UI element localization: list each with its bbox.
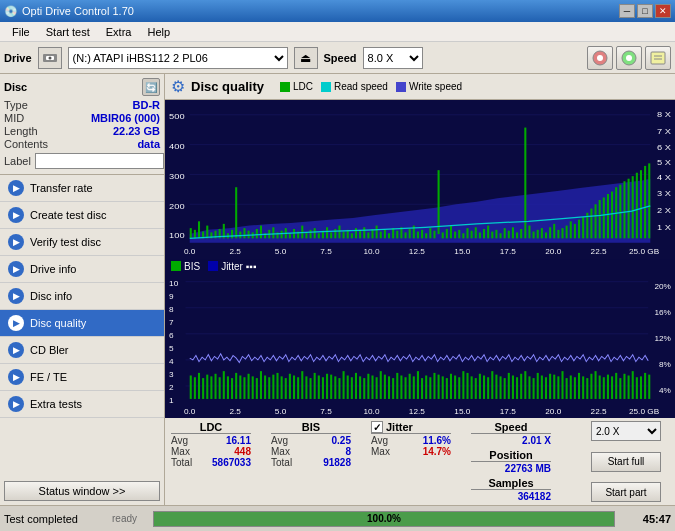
jitter-avg-label: Avg <box>371 435 388 446</box>
contents-value: data <box>137 138 160 150</box>
svg-rect-208 <box>334 376 336 399</box>
close-button[interactable]: ✕ <box>655 4 671 18</box>
svg-rect-198 <box>293 375 295 398</box>
transfer-rate-label: Transfer rate <box>30 182 93 194</box>
svg-text:4 X: 4 X <box>657 173 671 182</box>
svg-rect-255 <box>528 376 530 399</box>
svg-rect-58 <box>310 230 312 239</box>
svg-rect-258 <box>541 375 543 398</box>
svg-rect-103 <box>495 230 497 239</box>
svg-rect-99 <box>479 232 481 238</box>
ldc-total-value: 5867033 <box>212 457 251 468</box>
svg-text:8 X: 8 X <box>657 110 671 119</box>
svg-rect-74 <box>376 226 378 239</box>
svg-rect-275 <box>611 376 613 399</box>
speed-display-select[interactable]: 2.0 X <box>591 421 661 441</box>
svg-rect-107 <box>512 227 514 238</box>
svg-rect-87 <box>429 228 431 238</box>
sidebar-item-disc-info[interactable]: ▶ Disc info <box>0 283 164 310</box>
eject-button[interactable]: ⏏ <box>294 47 318 69</box>
svg-text:7.5: 7.5 <box>320 247 331 255</box>
bis-max-label: Max <box>271 446 290 457</box>
menu-start-test[interactable]: Start test <box>38 24 98 40</box>
disc-refresh-icon[interactable]: 🔄 <box>142 78 160 96</box>
svg-rect-212 <box>351 377 353 399</box>
sidebar-item-disc-quality[interactable]: ▶ Disc quality <box>0 310 164 337</box>
sidebar-item-drive-info[interactable]: ▶ Drive info <box>0 256 164 283</box>
sidebar-item-create-test-disc[interactable]: ▶ Create test disc <box>0 202 164 229</box>
drive-label: Drive <box>4 52 32 64</box>
svg-rect-76 <box>384 230 386 239</box>
minimize-button[interactable]: ─ <box>619 4 635 18</box>
svg-rect-136 <box>632 176 634 238</box>
verify-test-disc-label: Verify test disc <box>30 236 101 248</box>
sidebar-item-cd-bler[interactable]: ▶ CD Bler <box>0 337 164 364</box>
sidebar-item-extra-tests[interactable]: ▶ Extra tests <box>0 391 164 418</box>
speed-header: Speed <box>471 421 551 434</box>
svg-text:5: 5 <box>169 344 174 352</box>
drive-action-3[interactable] <box>645 46 671 70</box>
label-label: Label <box>4 155 31 167</box>
svg-rect-82 <box>409 229 411 238</box>
sidebar-item-transfer-rate[interactable]: ▶ Transfer rate <box>0 175 164 202</box>
speed-select[interactable]: 8.0 X <box>363 47 423 69</box>
maximize-button[interactable]: □ <box>637 4 653 18</box>
svg-rect-204 <box>318 375 320 398</box>
stats-main: LDC Avg 16.11 Max 448 Total 5867033 <box>171 421 661 502</box>
svg-text:20%: 20% <box>654 282 671 290</box>
svg-rect-203 <box>314 373 316 399</box>
disc-info-label: Disc info <box>30 290 72 302</box>
progress-container: 100.0% <box>153 511 615 527</box>
svg-rect-192 <box>268 377 270 399</box>
svg-rect-195 <box>281 376 283 399</box>
svg-rect-184 <box>235 373 237 399</box>
svg-rect-250 <box>508 373 510 399</box>
svg-rect-102 <box>491 232 493 239</box>
svg-text:9: 9 <box>169 292 174 300</box>
svg-text:6: 6 <box>169 331 174 339</box>
sidebar-item-verify-test-disc[interactable]: ▶ Verify test disc <box>0 229 164 256</box>
svg-text:500: 500 <box>169 112 185 121</box>
svg-rect-249 <box>504 378 506 399</box>
menu-extra[interactable]: Extra <box>98 24 140 40</box>
svg-rect-264 <box>566 378 568 399</box>
svg-rect-46 <box>260 226 262 239</box>
jitter-checkbox[interactable]: ✓ <box>371 421 383 433</box>
time-display: 45:47 <box>631 513 671 525</box>
drivebar: Drive (N:) ATAPI iHBS112 2 PL06 ⏏ Speed … <box>0 42 675 74</box>
drive-action-1[interactable] <box>587 46 613 70</box>
svg-rect-220 <box>384 374 386 398</box>
svg-rect-127 <box>595 204 597 238</box>
bis-total-label: Total <box>271 457 292 468</box>
svg-rect-131 <box>611 191 613 238</box>
svg-rect-113 <box>537 230 539 239</box>
menu-help[interactable]: Help <box>139 24 178 40</box>
svg-text:8%: 8% <box>659 360 671 368</box>
svg-rect-95 <box>462 233 464 238</box>
titlebar-title: 💿 Opti Drive Control 1.70 <box>4 5 134 18</box>
drive-action-2[interactable] <box>616 46 642 70</box>
status-window-button[interactable]: Status window >> <box>4 481 160 501</box>
svg-text:25.0 GB: 25.0 GB <box>629 247 659 255</box>
disc-quality-label: Disc quality <box>30 317 86 329</box>
svg-rect-188 <box>252 376 254 399</box>
svg-rect-218 <box>376 377 378 399</box>
svg-rect-189 <box>256 378 258 399</box>
stats-section: LDC Avg 16.11 Max 448 Total 5867033 <box>165 418 675 505</box>
svg-rect-138 <box>640 170 642 238</box>
label-input[interactable] <box>35 153 164 169</box>
svg-text:6 X: 6 X <box>657 143 671 152</box>
start-full-button[interactable]: Start full <box>591 452 661 472</box>
svg-rect-231 <box>429 377 431 399</box>
write-speed-color-box <box>396 82 406 92</box>
content-title-icon: ⚙ <box>171 77 185 96</box>
start-part-button[interactable]: Start part <box>591 482 661 502</box>
drive-info-icon: ▶ <box>8 261 24 277</box>
sidebar-item-fe-te[interactable]: ▶ FE / TE <box>0 364 164 391</box>
menu-file[interactable]: File <box>4 24 38 40</box>
svg-rect-179 <box>215 373 217 398</box>
type-label: Type <box>4 99 28 111</box>
drive-select[interactable]: (N:) ATAPI iHBS112 2 PL06 <box>68 47 288 69</box>
svg-rect-244 <box>483 375 485 398</box>
svg-rect-120 <box>566 226 568 239</box>
